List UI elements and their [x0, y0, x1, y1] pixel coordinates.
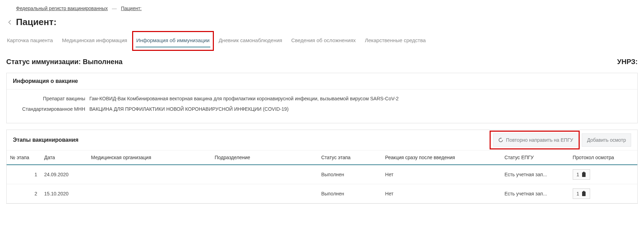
- col-header-epgu: Статус ЕПГУ: [501, 150, 569, 165]
- protocol-count: 1: [577, 172, 579, 177]
- tab-medications[interactable]: Лекарственные средства: [364, 34, 426, 47]
- breadcrumb-separator: —: [112, 6, 117, 11]
- stages-table: № этапа Дата Медицинская организация Под…: [7, 150, 637, 203]
- protocol-button[interactable]: 1: [573, 169, 590, 180]
- tab-self-observation[interactable]: Дневник самонаблюдения: [218, 34, 283, 47]
- cell-protocol: 1: [569, 165, 637, 184]
- tab-patient-card[interactable]: Карточка пациента: [6, 34, 54, 47]
- cell-org: [88, 184, 211, 203]
- breadcrumb-link-root[interactable]: Федеральный регистр вакцинированных: [16, 6, 108, 11]
- col-header-org: Медицинская организация: [88, 150, 211, 165]
- table-row[interactable]: 1 24.09.2020 Выполнен Нет Есть учетная з…: [7, 165, 637, 184]
- breadcrumb-link-patient[interactable]: Пациент:: [121, 6, 142, 11]
- col-header-date: Дата: [41, 150, 88, 165]
- col-header-num: № этапа: [7, 150, 41, 165]
- resend-epgu-button[interactable]: Повторно направить на ЕПГУ: [493, 133, 578, 147]
- col-header-status: Статус этапа: [318, 150, 382, 165]
- tab-immunization-info[interactable]: Информация об иммунизации: [136, 34, 210, 47]
- cell-status: Выполнен: [318, 184, 382, 203]
- vaccine-info-panel: Информация о вакцине Препарат вакцины Га…: [6, 73, 638, 123]
- cell-epgu: Есть учетная зап...: [501, 165, 569, 184]
- resend-epgu-label: Повторно направить на ЕПГУ: [506, 137, 573, 143]
- cell-status: Выполнен: [318, 165, 382, 184]
- cell-reaction: Нет: [382, 184, 501, 203]
- tab-medical-info[interactable]: Медицинская информация: [61, 34, 128, 47]
- col-header-reaction: Реакция сразу после введения: [382, 150, 501, 165]
- cell-num: 1: [7, 165, 41, 184]
- cell-dept: [211, 165, 317, 184]
- tabs: Карточка пациента Медицинская информация…: [6, 34, 638, 51]
- immunization-status: Статус иммунизации: Выполнена: [6, 58, 122, 66]
- svg-rect-0: [582, 172, 586, 177]
- unrz-label: УНРЗ:: [617, 58, 638, 66]
- vaccine-panel-header: Информация о вакцине: [7, 73, 637, 90]
- svg-rect-1: [583, 172, 585, 173]
- protocol-button[interactable]: 1: [573, 188, 590, 199]
- svg-rect-3: [583, 191, 585, 192]
- svg-rect-2: [582, 192, 586, 196]
- cell-date: 24.09.2020: [41, 165, 88, 184]
- vaccine-drug-value: Гам-КОВИД-Вак Комбинированная векторная …: [89, 96, 631, 101]
- col-header-protocol: Протокол осмотра: [569, 150, 637, 165]
- vaccine-mnn-value: ВАКЦИНА ДЛЯ ПРОФИЛАКТИКИ НОВОЙ КОРОНАВИР…: [89, 106, 631, 112]
- cell-org: [88, 165, 211, 184]
- cell-epgu: Есть учетная зап...: [501, 184, 569, 203]
- vaccine-drug-label: Препарат вакцины: [13, 96, 89, 101]
- clipboard-icon: [581, 191, 586, 196]
- breadcrumb: Федеральный регистр вакцинированных — Па…: [6, 3, 638, 15]
- vaccine-mnn-label: Стандартизированное МНН: [13, 106, 89, 112]
- protocol-count: 1: [577, 191, 579, 196]
- tab-complications[interactable]: Сведения об осложнениях: [290, 34, 356, 47]
- chevron-left-icon: [8, 20, 11, 25]
- cell-reaction: Нет: [382, 165, 501, 184]
- col-header-dept: Подразделение: [211, 150, 317, 165]
- back-button[interactable]: [6, 18, 13, 26]
- cell-date: 15.10.2020: [41, 184, 88, 203]
- cell-protocol: 1: [569, 184, 637, 203]
- add-examination-button[interactable]: Добавить осмотр: [582, 133, 631, 147]
- stages-panel: Этапы вакцинирования Повторно направить …: [6, 130, 638, 204]
- add-examination-label: Добавить осмотр: [587, 137, 626, 143]
- cell-dept: [211, 184, 317, 203]
- refresh-icon: [498, 138, 503, 142]
- table-row[interactable]: 2 15.10.2020 Выполнен Нет Есть учетная з…: [7, 184, 637, 203]
- clipboard-icon: [581, 172, 586, 177]
- page-title: Пациент:: [16, 17, 57, 28]
- cell-num: 2: [7, 184, 41, 203]
- stages-panel-header: Этапы вакцинирования: [13, 137, 79, 143]
